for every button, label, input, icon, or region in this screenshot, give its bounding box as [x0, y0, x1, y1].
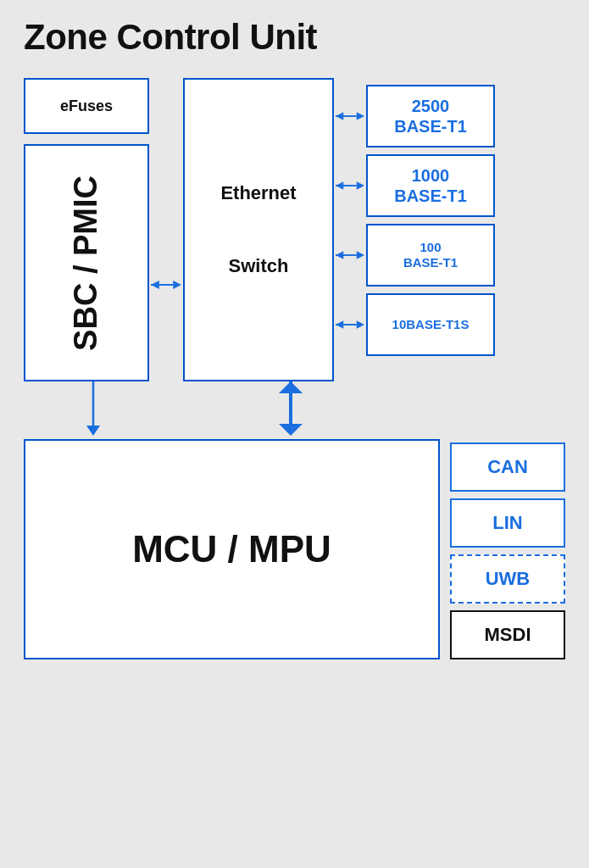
- uwb-block: UWB: [450, 554, 565, 604]
- ethernet-switch-block: Ethernet Switch: [183, 78, 334, 381]
- svg-marker-13: [357, 320, 364, 328]
- msdi-label: MSDI: [485, 624, 531, 646]
- arrow-eth-down: [269, 381, 312, 436]
- port-2500-block: 2500BASE-T1: [366, 85, 495, 147]
- diagram: eFuses SBC / PMIC Eth: [24, 78, 565, 844]
- sbc-pmic-block: SBC / PMIC: [24, 144, 149, 381]
- switch-label: Switch: [229, 255, 289, 277]
- port-100-row: 100BASE-T1: [334, 224, 495, 287]
- port-1000-block: 1000BASE-T1: [366, 154, 495, 217]
- arrow-eth-1000: [334, 177, 366, 194]
- port-100-label: 100BASE-T1: [403, 240, 458, 270]
- port-2500-row: 2500BASE-T1: [334, 85, 495, 147]
- arrow-sbc-eth-container: [149, 78, 183, 302]
- arrow-sbc-down: [76, 381, 110, 436]
- uwb-label: UWB: [486, 568, 531, 590]
- ethernet-outer: Ethernet Switch: [183, 78, 334, 381]
- arrow-sbc-eth: [149, 268, 183, 302]
- arrow-eth-2500: [334, 108, 366, 125]
- ethernet-label: Ethernet: [220, 182, 296, 204]
- page-title: Zone Control Unit: [24, 17, 565, 58]
- svg-marker-11: [336, 251, 343, 259]
- bottom-right-column: CAN LIN UWB MSDI: [450, 439, 565, 659]
- lin-label: LIN: [492, 512, 522, 534]
- mcu-mpu-label: MCU / MPU: [132, 528, 331, 570]
- port-10-row: 10BASE-T1S: [334, 293, 495, 356]
- arrow-eth-10: [334, 316, 366, 333]
- svg-marker-4: [357, 112, 364, 120]
- msdi-block: MSDI: [450, 610, 565, 659]
- can-block: CAN: [450, 442, 565, 492]
- svg-marker-2: [151, 281, 159, 289]
- svg-marker-8: [336, 181, 343, 189]
- sbc-pmic-label: SBC / PMIC: [69, 175, 104, 351]
- port-10-block: 10BASE-T1S: [366, 293, 495, 356]
- port-2500-label: 2500BASE-T1: [394, 96, 467, 136]
- svg-marker-7: [357, 181, 364, 189]
- port-10-label: 10BASE-T1S: [392, 317, 470, 332]
- efuses-label: eFuses: [60, 97, 113, 115]
- port-1000-label: 1000BASE-T1: [394, 165, 467, 206]
- svg-marker-10: [357, 251, 364, 259]
- svg-marker-19: [279, 381, 303, 393]
- efuses-block: eFuses: [24, 78, 149, 134]
- lin-block: LIN: [450, 498, 565, 548]
- svg-marker-5: [336, 112, 343, 120]
- left-column: eFuses SBC / PMIC: [24, 78, 149, 381]
- svg-marker-1: [173, 281, 181, 289]
- can-label: CAN: [487, 456, 528, 478]
- svg-marker-18: [279, 424, 303, 436]
- page: Zone Control Unit eFuses SBC / PMIC: [0, 0, 589, 868]
- vertical-arrows-section: [24, 381, 565, 439]
- port-100-block: 100BASE-T1: [366, 224, 495, 287]
- right-column: 2500BASE-T1 1000BASE-T1: [334, 85, 495, 356]
- top-section: eFuses SBC / PMIC Eth: [24, 78, 565, 381]
- bottom-section: MCU / MPU CAN LIN UWB MSDI: [24, 439, 565, 659]
- svg-marker-14: [336, 320, 343, 328]
- svg-marker-16: [86, 426, 100, 436]
- mcu-mpu-block: MCU / MPU: [24, 439, 440, 659]
- arrow-eth-100: [334, 247, 366, 264]
- port-1000-row: 1000BASE-T1: [334, 154, 495, 217]
